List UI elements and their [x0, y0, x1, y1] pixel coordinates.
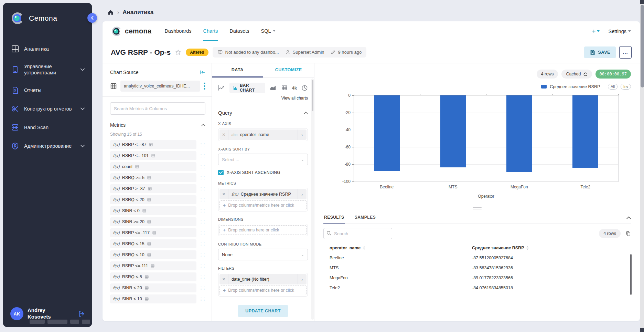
home-icon[interactable] — [107, 9, 114, 15]
metric-item[interactable]: f(x)RSRP <=-111 — [110, 261, 196, 270]
bar-megafon[interactable] — [506, 95, 532, 172]
cached-badge[interactable]: Cached — [561, 70, 592, 79]
remove-icon[interactable]: ✕ — [219, 129, 228, 140]
drag-handle-icon[interactable]: ⋮⋮ — [199, 297, 205, 301]
drag-handle-icon[interactable]: ⋮⋮ — [199, 220, 205, 224]
bar-mts[interactable] — [440, 95, 466, 167]
tab-sql[interactable]: SQL — [261, 21, 276, 41]
table-row[interactable]: MTS-83.58347815362936 — [323, 263, 631, 273]
results-search-input[interactable] — [323, 228, 392, 239]
chevron-right-icon[interactable]: › — [298, 274, 307, 284]
remove-icon[interactable]: ✕ — [219, 274, 228, 284]
scroll-down-arrow[interactable] — [640, 328, 644, 332]
tab-customize[interactable]: CUSTOMIZE — [263, 63, 314, 77]
breadcrumb-page[interactable]: Аналитика — [122, 9, 153, 16]
drag-handle-icon[interactable]: ⋮⋮ — [199, 231, 205, 235]
drag-handle-icon[interactable]: ⋮⋮ — [199, 187, 205, 191]
chevron-right-icon[interactable]: › — [298, 129, 307, 140]
drag-handle-icon[interactable]: ⋮⋮ — [199, 242, 205, 246]
dimensions-drop-zone[interactable]: + Drop columns here or click — [219, 225, 307, 235]
sidebar-item-1[interactable]: Управление устройствами — [10, 60, 86, 79]
table-icon[interactable] — [281, 85, 288, 91]
metric-item[interactable]: f(x)RSRP <=-101 — [110, 151, 196, 160]
metric-item[interactable]: f(x)SINR < 10 — [110, 294, 196, 303]
tab-results[interactable]: RESULTS — [323, 212, 345, 224]
tab-samples[interactable]: SAMPLES — [354, 212, 377, 224]
scroll-up-arrow[interactable] — [640, 0, 644, 4]
filter-value-pill[interactable]: ✕ date_time (No filter) › — [219, 274, 307, 284]
metric-item[interactable]: f(x)count — [110, 162, 196, 171]
x-axis-sort-by-select[interactable]: Select ... ⌄ — [218, 154, 308, 165]
settings-menu[interactable]: Settings — [609, 29, 631, 34]
tab-datasets[interactable]: Datasets — [229, 21, 249, 41]
filters-drop-zone[interactable]: + Drop columns/metrics here or click — [219, 286, 307, 295]
legend-label[interactable]: Среднее значение RSRP — [550, 84, 600, 89]
sidebar-item-4[interactable]: Band Scan — [10, 120, 86, 135]
x-axis-sort-ascending-checkbox[interactable]: X-AXIS SORT ASCENDING — [218, 170, 308, 175]
panel-resize-handle[interactable] — [473, 207, 482, 209]
metrics-search-input[interactable] — [110, 102, 205, 115]
legend-inv-button[interactable]: Inv — [621, 84, 631, 90]
app-logo[interactable]: cemona — [111, 26, 151, 37]
drag-handle-icon[interactable]: ⋮⋮ — [199, 275, 205, 279]
metric-item[interactable]: f(x)RSRQ <-15 — [110, 239, 196, 248]
chevron-up-icon[interactable] — [201, 124, 205, 126]
chevron-right-icon[interactable]: › — [298, 189, 307, 199]
drag-handle-icon[interactable]: ⋮⋮ — [199, 264, 205, 268]
table-row[interactable]: MegaFon-89.01778223323566 — [323, 273, 631, 283]
metric-item[interactable]: f(x)RSRP <= -117 — [110, 228, 196, 237]
sidebar-item-2[interactable]: Отчеты — [10, 83, 86, 98]
collapse-results-icon[interactable] — [626, 216, 631, 219]
dataset-name[interactable]: analytic.v_voice_cellmeas_IDHE... — [120, 81, 200, 92]
metric-item[interactable]: f(x)RSRQ <-10 — [110, 250, 196, 259]
bar-chart-button[interactable]: BAR CHART — [229, 83, 265, 93]
table-scrollbar[interactable] — [630, 254, 632, 295]
x-axis-value-pill[interactable]: ✕ abc operator_name › — [219, 129, 307, 140]
chevron-up-icon[interactable] — [304, 112, 308, 114]
remove-icon[interactable]: ✕ — [219, 189, 228, 199]
tab-data[interactable]: DATA — [212, 63, 263, 77]
drag-handle-icon[interactable]: ⋮⋮ — [199, 143, 205, 147]
drag-handle-icon[interactable]: ⋮⋮ — [199, 165, 205, 169]
pie-chart-icon[interactable] — [301, 85, 308, 91]
area-chart-icon[interactable] — [270, 85, 277, 91]
line-chart-icon[interactable] — [218, 85, 225, 91]
sidebar-item-5[interactable]: Администрирование — [10, 138, 86, 154]
contribution-mode-select[interactable]: None ⌄ — [218, 249, 308, 260]
logout-icon[interactable] — [78, 310, 85, 318]
drag-handle-icon[interactable]: ⋮⋮ — [199, 198, 205, 202]
metric-item[interactable]: f(x)SINR < 20 — [110, 283, 196, 292]
metrics-drop-zone[interactable]: + Drop columns/metrics here or click — [219, 200, 307, 210]
column-header[interactable]: operator_name — [323, 243, 471, 253]
favorite-star-icon[interactable] — [175, 49, 182, 56]
bar-tele2[interactable] — [572, 95, 598, 168]
copy-icon[interactable] — [625, 231, 631, 237]
altered-badge[interactable]: Altered — [186, 49, 208, 56]
metric-item[interactable]: f(x)RSRQ <-5 — [110, 272, 196, 281]
metric-item[interactable]: f(x)RSRQ >=-5 — [110, 173, 196, 182]
scrollbar-thumb[interactable] — [641, 5, 644, 87]
metric-item[interactable]: f(x)RSRQ <-20 — [110, 195, 196, 204]
controls-scrollbar[interactable] — [311, 79, 314, 320]
add-new-button[interactable]: + — [592, 28, 599, 35]
table-row[interactable]: Tele2-84.07619834855018 — [323, 283, 631, 293]
legend-all-button[interactable]: All — [608, 84, 618, 90]
sort-icon[interactable] — [363, 246, 366, 250]
metric-value-pill[interactable]: ✕ f(x) Среднее значение RSRP › — [219, 189, 307, 199]
collapse-panel-icon[interactable] — [200, 70, 205, 75]
drag-handle-icon[interactable]: ⋮⋮ — [199, 209, 205, 213]
drag-handle-icon[interactable]: ⋮⋮ — [199, 286, 205, 290]
dataset-options-icon[interactable]: ••• — [204, 82, 205, 91]
more-options-button[interactable]: ... — [619, 46, 632, 59]
sidebar-item-0[interactable]: Аналитика — [10, 41, 86, 56]
metric-item[interactable]: f(x)SINR < 0 — [110, 206, 196, 215]
legend-swatch[interactable] — [541, 85, 547, 89]
update-chart-button[interactable]: UPDATE CHART — [238, 305, 288, 317]
refresh-icon[interactable] — [583, 72, 588, 76]
table-row[interactable]: Beeline-87.55120005927684 — [323, 253, 631, 263]
metric-item[interactable]: f(x)SINR >= 20 — [110, 217, 196, 226]
bar-beeline[interactable] — [374, 95, 400, 171]
drag-handle-icon[interactable]: ⋮⋮ — [199, 176, 205, 180]
metric-item[interactable]: f(x)RSRP <=-87 — [110, 140, 196, 149]
tab-dashboards[interactable]: Dashboards — [164, 21, 191, 41]
